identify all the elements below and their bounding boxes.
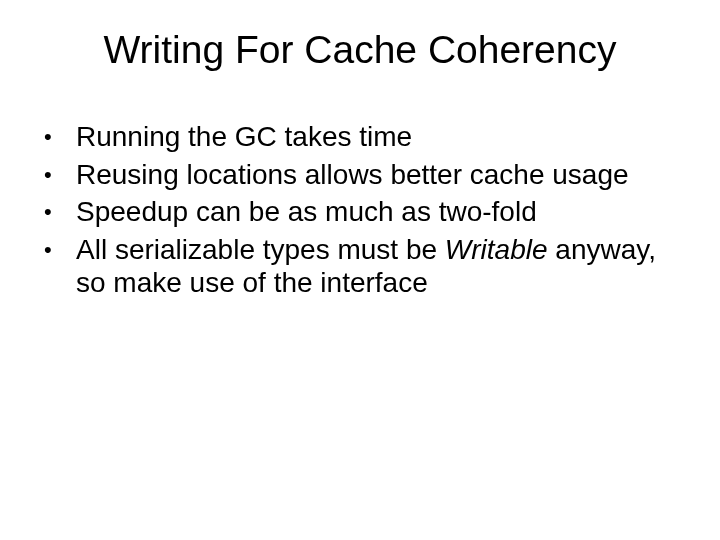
list-item: Running the GC takes time bbox=[44, 120, 680, 154]
bullet-text: Speedup can be as much as two-fold bbox=[76, 196, 537, 227]
slide: Writing For Cache Coherency Running the … bbox=[0, 0, 720, 540]
list-item: Speedup can be as much as two-fold bbox=[44, 195, 680, 229]
bullet-text-em: Writable bbox=[445, 234, 548, 265]
bullet-text: Reusing locations allows better cache us… bbox=[76, 159, 629, 190]
list-item: Reusing locations allows better cache us… bbox=[44, 158, 680, 192]
bullet-text: All serializable types must be bbox=[76, 234, 445, 265]
slide-title: Writing For Cache Coherency bbox=[40, 28, 680, 72]
bullet-list: Running the GC takes time Reusing locati… bbox=[40, 120, 680, 300]
list-item: All serializable types must be Writable … bbox=[44, 233, 680, 300]
bullet-text: Running the GC takes time bbox=[76, 121, 412, 152]
